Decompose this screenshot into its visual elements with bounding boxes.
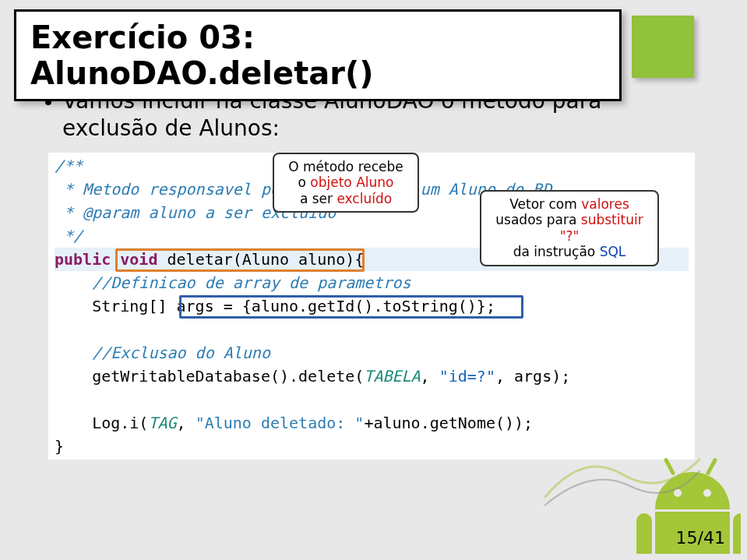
callout-line: a ser excluído [284,191,408,206]
code-string: "id=?" [439,367,495,386]
callout-method-input: O método recebe o objeto Aluno a ser exc… [273,153,419,213]
callout-line: O método recebe [284,159,408,174]
code-keyword: public [55,250,111,269]
slide: Exercício 03: AlunoDAO.deletar() Vamos i… [0,0,747,560]
callout-line: da instrução SQL [491,244,648,259]
code-const: TAG [148,414,176,432]
code-text: deletar(Aluno aluno){ [157,250,364,269]
code-line: //Definicao de array de parametros [55,273,411,292]
code-line: //Exclusao do Aluno [55,343,270,362]
code-text: , args); [495,367,570,386]
code-text: Log.i( [55,414,148,432]
accent-square [632,16,694,78]
code-const: TABELA [364,367,420,386]
code-line: String[] args = {aluno.getId().toString(… [55,297,495,315]
code-line: */ [55,227,83,245]
code-text: , [421,367,439,386]
code-text: +aluno.getNome()); [364,414,533,432]
code-keyword: void [111,250,157,269]
slide-title: Exercício 03: AlunoDAO.deletar() [30,19,605,91]
abstract-curve-icon [544,443,700,513]
code-line: /** [55,157,83,175]
callout-args-vector: Vetor com valores usados para substituir… [480,190,659,266]
code-line: } [55,437,64,456]
callout-line: o objeto Aluno [284,174,408,190]
code-text: getWritableDatabase().delete( [55,367,364,386]
callout-line: Vetor com valores [491,196,648,212]
callout-line: usados para substituir "?" [491,212,648,244]
title-box: Exercício 03: AlunoDAO.deletar() [14,9,622,101]
code-text: , [177,414,196,432]
page-number: 15/41 [676,528,725,548]
code-string: "Aluno deletado: " [196,414,365,432]
